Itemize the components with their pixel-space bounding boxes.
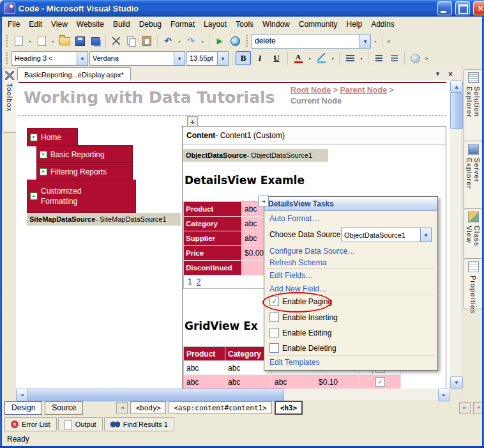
close-document-icon[interactable]: × [446,69,455,79]
maximize-button[interactable] [455,1,470,15]
undo-button[interactable]: ↶ [161,34,175,48]
save-button[interactable] [73,34,87,48]
refresh-schema-link[interactable]: Refresh Schema [269,258,326,267]
paste-button[interactable] [140,34,154,48]
redo-button[interactable]: ↷ [184,34,198,48]
underline-button[interactable]: U [269,51,284,65]
enable-paging-checkbox[interactable]: ✓ Enable Paging [269,297,332,306]
block-format-combo[interactable]: Heading 3 < ▼ [11,51,88,66]
scroll-up-icon[interactable]: ▲ [450,81,463,93]
auto-format-link[interactable]: Auto Format… [269,214,319,223]
toolbar-grip[interactable] [6,35,8,47]
data-source-dropdown-icon[interactable]: ▼ [420,228,431,242]
align-button[interactable] [343,51,357,65]
tab-output[interactable]: Output [58,417,103,431]
pager-page-link[interactable]: 2 [197,277,201,286]
toolbox-tab[interactable]: Toolbox [3,68,17,133]
font-name-combo[interactable]: Verdana ▼ [89,51,185,66]
scroll-down-icon[interactable]: ▼ [450,376,463,389]
tag-scroll-right-icon[interactable]: ► [459,402,471,414]
menu-window[interactable]: Window [258,17,294,31]
font-size-dropdown-icon[interactable]: ▼ [217,52,228,65]
vertical-scrollbar-thumb[interactable] [450,92,463,129]
font-color-dropdown-icon[interactable]: ▾ [306,56,313,61]
toolbar-grip[interactable] [246,35,248,47]
horizontal-scrollbar[interactable]: ◄ ► [16,389,450,400]
add-item-button[interactable] [34,34,49,48]
discontinued-checkbox[interactable]: ✓ [375,377,385,387]
nav-item-basic-reporting[interactable]: ▸ Basic Reporting [36,145,133,164]
menu-community[interactable]: Community [294,17,342,31]
align-dropdown-icon[interactable]: ▾ [358,56,365,61]
objectdatasource-control[interactable]: ObjectDataSource - ObjectDataSource1 [183,149,328,162]
minimize-button[interactable] [437,1,452,15]
copy-button[interactable] [125,34,139,48]
find-combo[interactable]: ▼ [252,34,371,49]
tab-error-list[interactable]: × Error List [4,417,57,431]
smart-tag-collapse-icon[interactable]: ◄ [258,196,269,206]
browse-with-button[interactable] [228,34,242,48]
new-file-dropdown-icon[interactable]: ▾ [27,39,33,43]
source-view-button[interactable]: Source [45,401,83,415]
redo-dropdown-icon[interactable]: ▾ [199,39,206,43]
save-all-button[interactable] [88,34,102,48]
find-options-dropdown-icon[interactable]: ▾ [372,39,379,43]
add-item-dropdown-icon[interactable]: ▾ [50,39,56,43]
toolbar-overflow-icon[interactable]: » [386,38,392,45]
start-debug-button[interactable]: ▶ [213,34,227,48]
tab-server-explorer[interactable]: Server Explorer [464,141,483,211]
vertical-scrollbar[interactable]: ▲ ▼ [450,81,462,389]
menu-layout[interactable]: Layout [199,17,231,31]
enable-editing-checkbox[interactable]: Enable Editing [269,328,331,337]
tag-h3[interactable]: <h3> [275,401,303,415]
data-source-combo[interactable]: ObjectDataSource1 ▼ [341,228,432,242]
hyperlink-button[interactable] [408,51,422,65]
numbered-list-button[interactable] [372,51,386,65]
menu-tools[interactable]: Tools [231,17,258,31]
breadcrumb-root-link[interactable]: Root Node [291,86,331,95]
menu-build[interactable]: Build [109,17,135,31]
toolbar-overflow-icon[interactable]: » [423,55,430,62]
font-color-button[interactable]: A [291,51,305,65]
scroll-left-icon[interactable]: ◄ [16,389,28,401]
menu-debug[interactable]: Debug [135,17,166,31]
scroll-right-icon[interactable]: ► [438,389,450,401]
menu-file[interactable]: File [3,17,24,31]
menu-edit[interactable]: Edit [24,17,47,31]
tab-find-results[interactable]: Find Results 1 [104,417,174,431]
find-combo-dropdown-icon[interactable]: ▼ [359,35,370,48]
tag-body[interactable]: <body> [130,401,166,414]
tab-list-dropdown-icon[interactable]: ▼ [433,69,442,79]
edit-templates-link[interactable]: Edit Templates [269,358,320,367]
nav-item-home[interactable]: ▸ Home [27,128,78,146]
menu-view[interactable]: View [47,17,72,31]
font-size-combo[interactable]: 13.55pt ▼ [186,51,229,66]
horizontal-scrollbar-thumb[interactable] [27,389,284,401]
undo-dropdown-icon[interactable]: ▾ [176,39,183,43]
nav-item-filtering-reports[interactable]: ▸ Filtering Reports [36,162,133,181]
menu-addins[interactable]: Addins [367,17,399,31]
menu-help[interactable]: Help [342,17,367,31]
block-format-dropdown-icon[interactable]: ▼ [77,52,87,65]
highlight-dropdown-icon[interactable]: ▾ [329,56,336,61]
tab-properties[interactable]: Properties [464,258,483,309]
document-tab[interactable]: BasicReporting...eDisplay.aspx* [17,67,131,81]
italic-button[interactable]: I [252,51,268,65]
new-file-button[interactable] [11,34,26,48]
tag-asp-content[interactable]: <asp:content#content1> [169,401,272,414]
enable-inserting-checkbox[interactable]: Enable Inserting [269,313,338,322]
content-placeholder-header[interactable]: Content - Content1 (Custom) [183,127,446,144]
sitemapdatasource-control[interactable]: SiteMapDataSource - SiteMapDataSource1 [27,213,181,226]
font-name-dropdown-icon[interactable]: ▼ [174,52,185,65]
bullet-list-button[interactable] [387,51,401,65]
tag-scroll-left-icon[interactable]: ◄ [116,402,128,414]
highlight-button[interactable] [314,51,328,65]
tab-class-view[interactable]: Class View [464,208,483,262]
detailsview-control[interactable]: Product abc Category abc Supplier abc Pr… [183,201,270,289]
add-new-field-link[interactable]: Add New Field… [269,284,327,293]
design-view-button[interactable]: Design [4,401,42,415]
edit-fields-link[interactable]: Edit Fields… [269,271,313,280]
open-file-button[interactable] [57,34,72,48]
menu-website[interactable]: Website [72,17,109,31]
breadcrumb-parent-link[interactable]: Parent Node [340,86,387,95]
